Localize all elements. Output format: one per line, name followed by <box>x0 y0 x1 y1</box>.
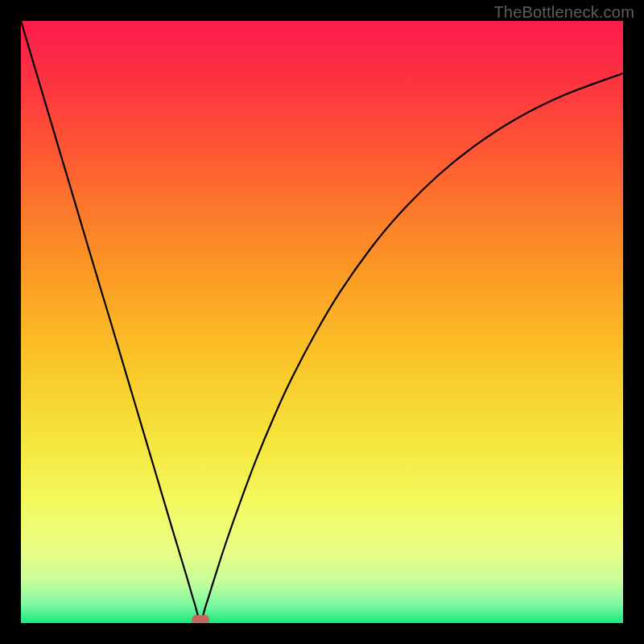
bottleneck-curve <box>21 21 623 620</box>
chart-frame: TheBottleneck.com <box>0 0 644 644</box>
optimal-marker <box>192 615 209 624</box>
curve-layer <box>21 21 623 623</box>
watermark-text: TheBottleneck.com <box>493 3 634 22</box>
plot-area <box>21 21 623 623</box>
